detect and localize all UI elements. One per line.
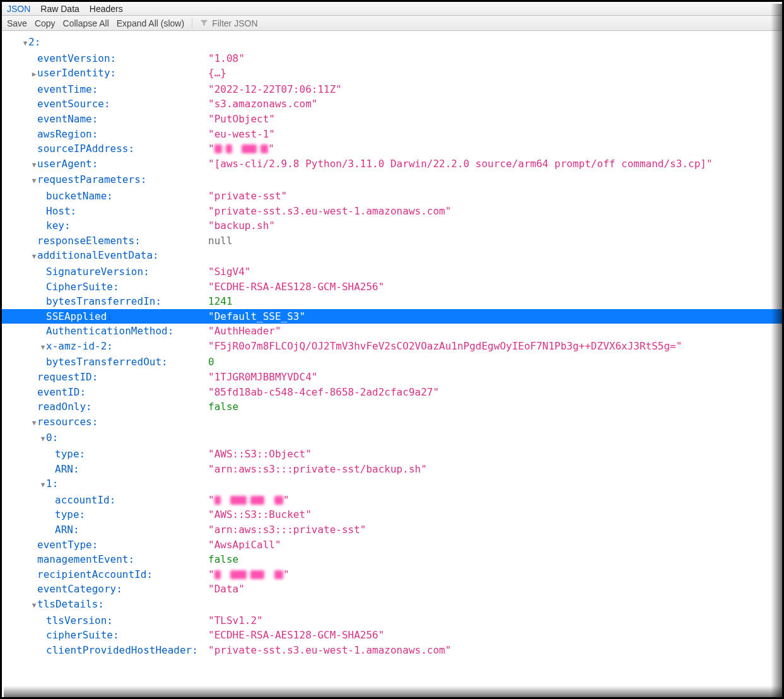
json-row[interactable]: resources: [2, 414, 782, 431]
filter-input[interactable] [211, 18, 312, 29]
json-key: eventVersion [37, 51, 110, 66]
json-row[interactable]: eventName:"PutObject" [2, 112, 782, 127]
expand-toggle-open[interactable] [40, 478, 46, 493]
expand-toggle-open[interactable] [31, 249, 37, 264]
json-value: "AuthHeader" [208, 324, 281, 339]
json-key: 2 [28, 35, 35, 50]
json-row[interactable]: x-amz-id-2:"F5jR0o7m8FLCOjQ/OJ2TmV3hvFeV… [2, 339, 782, 355]
json-row[interactable]: type:"AWS::S3::Bucket" [2, 507, 782, 522]
json-colon: : [107, 189, 113, 204]
json-value: "backup.sh" [208, 218, 275, 233]
expand-toggle-open[interactable] [22, 36, 28, 51]
json-row[interactable]: accountId:" " [2, 493, 782, 508]
json-key: awsRegion [37, 127, 92, 142]
json-colon: : [116, 582, 122, 597]
json-row[interactable]: SSEApplied:"Default_SSE_S3" [2, 309, 782, 324]
json-row[interactable]: eventTime:"2022-12-22T07:06:11Z" [2, 82, 782, 97]
json-row[interactable]: 0: [2, 430, 782, 447]
copy-button[interactable]: Copy [35, 18, 56, 28]
collapse-all-button[interactable]: Collapse All [63, 18, 109, 28]
json-row[interactable]: ARN:"arn:aws:s3:::private-sst/backup.sh" [2, 462, 782, 477]
json-row[interactable]: cipherSuite:"ECDHE-RSA-AES128-GCM-SHA256… [2, 628, 782, 643]
tab-json[interactable]: JSON [7, 4, 30, 14]
json-value: {…} [208, 66, 226, 81]
json-key: sourceIPAddress [37, 141, 129, 156]
json-key: userIdentity [37, 66, 110, 81]
save-button[interactable]: Save [7, 18, 27, 28]
expand-all-button[interactable]: Expand All (slow) [117, 18, 184, 28]
json-row[interactable]: userIdentity:{…} [2, 66, 782, 82]
json-row[interactable]: bytesTransferredOut:0 [2, 355, 782, 370]
json-row[interactable]: 1: [2, 476, 782, 493]
json-row[interactable]: tlsVersion:"TLSv1.2" [2, 613, 782, 628]
json-row[interactable]: sourceIPAddress:" " [2, 141, 782, 156]
json-key: additionalEventData [37, 248, 153, 263]
json-row[interactable]: clientProvidedHostHeader:"private-sst.s3… [2, 643, 782, 658]
json-colon: : [146, 567, 153, 582]
json-key: resources [37, 414, 92, 430]
json-row[interactable]: AuthenticationMethod:"AuthHeader" [2, 324, 782, 339]
json-colon: : [79, 447, 86, 462]
json-row[interactable]: eventID:"85fd18ab-c548-4cef-8658-2ad2cfa… [2, 385, 782, 400]
json-row[interactable]: bytesTransferredIn:1241 [2, 294, 782, 309]
json-key: recipientAccountId [37, 567, 146, 582]
expand-toggle-open[interactable] [31, 158, 37, 173]
json-colon: : [52, 430, 59, 445]
json-key: ARN [55, 522, 73, 537]
json-row[interactable]: managementEvent:false [2, 552, 782, 567]
json-row[interactable]: 2: [2, 35, 782, 51]
json-key: managementEvent [37, 552, 129, 567]
json-row[interactable]: responseElements:null [2, 233, 782, 249]
json-value: "TLSv1.2" [208, 613, 263, 628]
json-value: "AWS::S3::Object" [208, 447, 312, 462]
json-tree[interactable]: 2:eventVersion:"1.08"userIdentity:{…}eve… [2, 31, 782, 670]
json-row[interactable]: CipherSuite:"ECDHE-RSA-AES128-GCM-SHA256… [2, 279, 782, 295]
tab-raw-data[interactable]: Raw Data [40, 4, 79, 14]
json-key: eventCategory [37, 582, 116, 597]
json-row[interactable]: requestParameters: [2, 172, 782, 189]
expand-toggle-closed[interactable] [31, 67, 37, 82]
json-colon: : [52, 476, 59, 491]
json-row[interactable]: eventSource:"s3.amazonaws.com" [2, 97, 782, 112]
json-row[interactable]: additionalEventData: [2, 248, 782, 264]
json-key: readOnly [37, 399, 86, 414]
json-row[interactable]: userAgent:"[aws-cli/2.9.8 Python/3.11.0 … [2, 156, 782, 173]
json-key: eventID [37, 385, 79, 400]
json-colon: : [161, 355, 168, 370]
json-colon: : [35, 35, 41, 50]
json-value: "arn:aws:s3:::private-sst/backup.sh" [208, 462, 427, 477]
json-colon: : [104, 97, 110, 112]
json-key: responseElements [37, 233, 134, 249]
tab-headers[interactable]: Headers [90, 4, 123, 14]
expand-toggle-open[interactable] [40, 432, 46, 447]
json-value: "SigV4" [208, 264, 250, 279]
json-value: " " [208, 141, 274, 156]
expand-toggle-open[interactable] [31, 416, 37, 431]
json-row[interactable]: SignatureVersion:"SigV4" [2, 264, 782, 279]
json-row[interactable]: eventCategory:"Data" [2, 582, 782, 597]
json-row[interactable]: requestID:"1TJGR0MJBBMYVDC4" [2, 370, 782, 385]
json-colon: : [92, 537, 98, 553]
json-key: bucketName [46, 189, 107, 204]
json-row[interactable]: tlsDetails: [2, 597, 782, 613]
json-colon: : [192, 643, 198, 658]
json-row[interactable]: recipientAccountId:" " [2, 567, 782, 582]
expand-toggle-open[interactable] [31, 598, 37, 613]
json-colon: : [107, 339, 113, 354]
json-row[interactable]: bucketName:"private-sst" [2, 189, 782, 204]
json-row[interactable]: key:"backup.sh" [2, 218, 782, 233]
json-key: tlsDetails [37, 597, 98, 612]
json-row[interactable]: Host:"private-sst.s3.eu-west-1.amazonaws… [2, 204, 782, 219]
json-row[interactable]: readOnly:false [2, 399, 782, 414]
json-row[interactable]: awsRegion:"eu-west-1" [2, 127, 782, 142]
json-colon: : [110, 493, 116, 508]
json-value: "AwsApiCall" [208, 537, 281, 553]
json-row[interactable]: ARN:"arn:aws:s3:::private-sst" [2, 522, 782, 537]
json-value: "s3.amazonaws.com" [208, 97, 317, 112]
expand-toggle-open[interactable] [31, 173, 37, 189]
json-colon: : [107, 613, 113, 628]
json-row[interactable]: type:"AWS::S3::Object" [2, 447, 782, 462]
expand-toggle-open[interactable] [40, 340, 46, 355]
json-row[interactable]: eventVersion:"1.08" [2, 51, 782, 66]
json-row[interactable]: eventType:"AwsApiCall" [2, 537, 782, 553]
